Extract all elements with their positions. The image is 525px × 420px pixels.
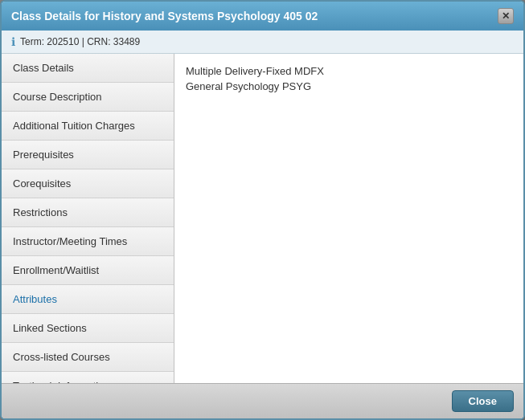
class-details-dialog: Class Details for History and Systems Ps… xyxy=(0,0,525,420)
sidebar-item-prerequisites[interactable]: Prerequisites xyxy=(2,141,174,169)
sidebar-item-linked-sections[interactable]: Linked Sections xyxy=(2,314,174,343)
sidebar-item-attributes[interactable]: Attributes xyxy=(2,285,174,314)
sidebar: Class DetailsCourse DescriptionAdditiona… xyxy=(2,54,174,383)
term-crn-text: Term: 202510 | CRN: 33489 xyxy=(20,36,140,47)
sidebar-item-enrollment-waitlist[interactable]: Enrollment/Waitlist xyxy=(2,256,174,285)
sidebar-item-additional-tuition-charges[interactable]: Additional Tuition Charges xyxy=(2,112,174,141)
dialog-title: Class Details for History and Systems Ps… xyxy=(11,10,318,22)
info-bar: ℹ Term: 202510 | CRN: 33489 xyxy=(2,31,523,54)
sidebar-item-restrictions[interactable]: Restrictions xyxy=(2,198,174,227)
sidebar-item-corequisites[interactable]: Corequisites xyxy=(2,169,174,198)
content-area: Multiple Delivery-Fixed MDFXGeneral Psyc… xyxy=(174,54,523,383)
sidebar-item-cross-listed-courses[interactable]: Cross-listed Courses xyxy=(2,343,174,372)
close-x-icon: ✕ xyxy=(502,10,510,22)
close-button[interactable]: Close xyxy=(452,390,514,412)
sidebar-item-textbook-information[interactable]: Textbook Information xyxy=(2,372,174,383)
sidebar-item-course-description[interactable]: Course Description xyxy=(2,83,174,112)
sidebar-item-instructor-meeting-times[interactable]: Instructor/Meeting Times xyxy=(2,227,174,256)
header-close-button[interactable]: ✕ xyxy=(498,8,514,24)
dialog-footer: Close xyxy=(2,383,523,418)
content-line: Multiple Delivery-Fixed MDFX xyxy=(186,65,512,77)
info-icon: ℹ xyxy=(11,35,15,48)
dialog-body: Class DetailsCourse DescriptionAdditiona… xyxy=(2,54,523,383)
content-line: General Psychology PSYG xyxy=(186,80,512,92)
sidebar-item-class-details[interactable]: Class Details xyxy=(2,54,174,83)
dialog-header: Class Details for History and Systems Ps… xyxy=(2,2,523,31)
